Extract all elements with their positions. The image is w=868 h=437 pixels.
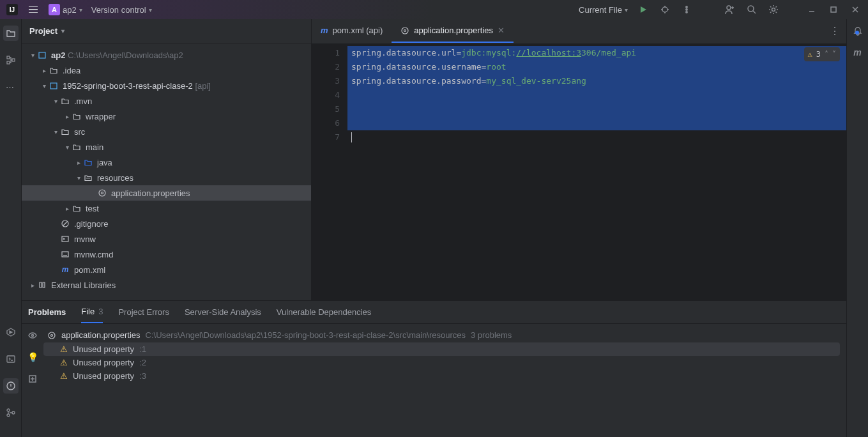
chevron-down-icon: ▾ (61, 27, 65, 34)
prev-highlight[interactable]: ˄ (825, 50, 828, 59)
editor-body[interactable]: 1234567 spring.datasource.url=jdbc:mysql… (312, 43, 846, 300)
tree-item-wrapper[interactable]: ▸ wrapper (22, 109, 311, 124)
notifications-button[interactable] (853, 26, 863, 36)
problem-row[interactable]: ⚠ Unused property :3 (43, 369, 840, 383)
tree-item-module[interactable]: ▾ 1952-spring-boot-3-rest-api-clase-2 [a… (22, 78, 311, 93)
tab-file[interactable]: File 3 (81, 301, 103, 323)
folder-icon (60, 96, 70, 106)
inspection-widget[interactable]: ⚠ 3 ˄ ˅ (804, 47, 840, 61)
tree-label: .gitignore (74, 219, 108, 229)
tree-item-java[interactable]: ▸ java (22, 155, 311, 170)
run-button[interactable] (637, 3, 650, 16)
tree-item-mvn[interactable]: ▾ .mvn (22, 93, 311, 109)
code-with-me-button[interactable] (724, 3, 736, 16)
view-options-button[interactable] (26, 329, 39, 342)
tree-item-resources[interactable]: ▾ resources (22, 170, 311, 185)
intentions-button[interactable]: 💡 (26, 351, 39, 364)
tab-props[interactable]: application.properties ✕ (392, 19, 514, 43)
expand-icon[interactable]: ▾ (51, 128, 60, 135)
more-button[interactable] (680, 3, 693, 16)
maven-tool-button[interactable]: m (853, 47, 861, 57)
expand-icon[interactable]: ▾ (28, 52, 37, 59)
problem-row[interactable]: ⚠ Unused property :1 (43, 342, 840, 356)
expand-icon[interactable]: ▸ (40, 67, 49, 74)
problems-list[interactable]: application.properties C:\Users\Angel\Do… (43, 324, 846, 437)
structure-tool-button[interactable] (3, 52, 19, 68)
tab-server-side[interactable]: Server-Side Analysis (185, 301, 261, 323)
right-tool-rail: m (846, 19, 868, 437)
tree-item-src[interactable]: ▾ src (22, 124, 311, 139)
maximize-button[interactable] (827, 3, 840, 16)
user-plus-icon (725, 4, 735, 15)
svg-rect-7 (831, 7, 836, 12)
project-dropdown[interactable]: A ap2 ▾ (49, 4, 82, 15)
tree-item-gitignore[interactable]: .gitignore (22, 216, 311, 231)
main-menu-button[interactable] (27, 3, 40, 16)
expand-icon[interactable]: ▾ (40, 82, 49, 89)
project-header[interactable]: Project ▾ (22, 19, 311, 43)
tab-label: pom.xml (api) (333, 26, 383, 35)
svg-point-5 (748, 6, 754, 12)
terminal-tool-button[interactable] (3, 351, 19, 367)
problems-toolbar: 💡 (22, 324, 43, 437)
tree-item-pom[interactable]: m pom.xml (22, 262, 311, 277)
expand-icon[interactable]: ▾ (74, 174, 83, 181)
code-area[interactable]: spring.datasource.url=jdbc:mysql://local… (347, 43, 846, 300)
tab-label: application.properties (414, 26, 493, 35)
folder-icon (72, 142, 82, 152)
expand-icon[interactable]: ▸ (63, 205, 72, 212)
tab-pom[interactable]: m pom.xml (api) (312, 19, 392, 43)
tab-more-button[interactable]: ⋮ (830, 25, 840, 37)
tree-item-main[interactable]: ▾ main (22, 139, 311, 155)
more-tools-button[interactable]: ⋯ (3, 79, 19, 95)
services-tool-button[interactable] (3, 325, 19, 340)
tree-item-extlib[interactable]: ▸ External Libraries (22, 277, 311, 293)
project-tool-button[interactable] (3, 26, 19, 41)
notification-dot (855, 31, 859, 34)
expand-icon[interactable]: ▾ (51, 98, 60, 105)
tab-project-errors[interactable]: Project Errors (118, 301, 169, 323)
close-tab-button[interactable]: ✕ (498, 26, 505, 35)
bug-icon (660, 5, 669, 14)
tree-item-mvnwcmd[interactable]: mvnw.cmd (22, 247, 311, 262)
expand-all-button[interactable] (26, 372, 39, 385)
expand-icon[interactable]: ▸ (63, 113, 72, 120)
search-button[interactable] (745, 3, 758, 16)
tree-item-test[interactable]: ▸ test (22, 201, 311, 216)
ellipsis-icon: ⋯ (6, 82, 15, 92)
tree-root[interactable]: ▾ ap2 C:\Users\Angel\Downloads\ap2 (22, 47, 311, 63)
folder-icon (60, 126, 70, 137)
run-config-dropdown[interactable]: Current File ▾ (579, 5, 628, 15)
problems-icon (6, 381, 16, 391)
project-title: Project (29, 26, 57, 36)
properties-icon (400, 26, 409, 35)
expand-icon[interactable]: ▸ (74, 159, 83, 166)
cmd-icon (60, 249, 70, 259)
settings-button[interactable] (767, 3, 780, 16)
tab-vulnerable[interactable]: Vulnerable Dependencies (277, 301, 371, 323)
close-window-button[interactable] (849, 3, 862, 16)
svg-rect-10 (12, 59, 15, 61)
tree-item-idea[interactable]: ▸ .idea (22, 63, 311, 78)
minimize-button[interactable] (805, 3, 818, 16)
tab-problems[interactable]: Problems (28, 301, 66, 323)
svg-point-25 (32, 335, 34, 337)
tree-label: .idea (63, 66, 80, 75)
svg-point-14 (7, 414, 10, 417)
problem-row[interactable]: ⚠ Unused property :2 (43, 356, 840, 369)
problems-file-header[interactable]: application.properties C:\Users\Angel\Do… (43, 328, 840, 342)
expand-icon[interactable]: ▾ (63, 144, 72, 151)
debug-button[interactable] (659, 3, 671, 16)
vcs-dropdown[interactable]: Version control ▾ (91, 5, 152, 15)
next-highlight[interactable]: ˅ (832, 50, 836, 59)
project-tree[interactable]: ▾ ap2 C:\Users\Angel\Downloads\ap2 ▸ .id… (22, 43, 311, 300)
expand-icon[interactable]: ▸ (28, 282, 37, 289)
tree-item-mvnw[interactable]: mvnw (22, 231, 311, 247)
problems-tool-button[interactable] (3, 378, 19, 394)
code-link[interactable]: //localhost:3 (516, 48, 581, 57)
git-tool-button[interactable] (3, 405, 19, 420)
tree-item-appprops[interactable]: application.properties (22, 185, 311, 201)
tree-label: test (86, 204, 99, 213)
folder-icon (72, 203, 82, 213)
code-span: jdbc:mysql: (461, 48, 516, 57)
